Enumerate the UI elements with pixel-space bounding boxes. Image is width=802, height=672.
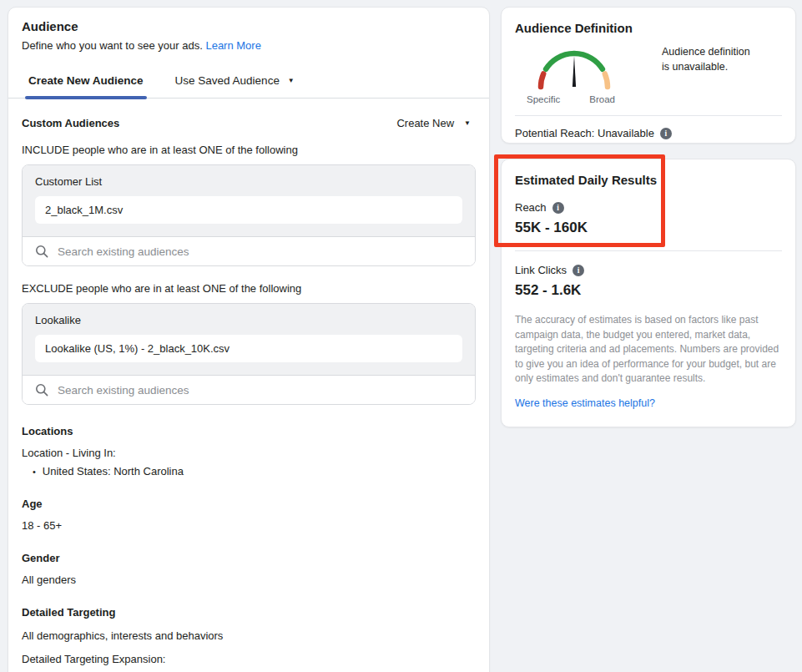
lookalike-box-top: Lookalike Lookalike (US, 1%) - 2_black_1… (23, 304, 475, 375)
search-icon (35, 245, 48, 258)
exclude-search-input[interactable] (58, 384, 462, 397)
gauge-labels: Specific Broad (527, 94, 622, 104)
custom-audiences-heading: Custom Audiences (22, 117, 119, 129)
detailed-targeting-section: Detailed Targeting All demographics, int… (22, 606, 476, 672)
detailed-targeting-value: All demographics, interests and behavior… (22, 629, 476, 642)
audience-definition-card: Audience Definition Specific Broad Audie… (501, 7, 796, 144)
customer-list-label: Customer List (35, 175, 462, 188)
customer-list-value[interactable]: 2_black_1M.csv (35, 196, 462, 224)
page-title: Audience (22, 19, 476, 33)
audience-definition-title: Audience Definition (515, 21, 782, 35)
audience-panel: Audience Define who you want to see your… (8, 7, 490, 672)
gender-heading: Gender (22, 552, 476, 564)
customer-list-box: Customer List 2_black_1M.csv (22, 164, 476, 266)
include-instruction: INCLUDE people who are in at least ONE o… (22, 144, 476, 156)
bullet-icon: • (33, 467, 36, 477)
audience-tabs: Create New Audience Use Saved Audience ▼ (8, 74, 489, 99)
create-new-label: Create New (396, 117, 454, 129)
link-clicks-label: Link Clicks (515, 264, 567, 276)
targeting-expansion-label: Detailed Targeting Expansion: (22, 653, 476, 665)
info-icon[interactable]: i (552, 202, 564, 214)
detailed-targeting-heading: Detailed Targeting (22, 606, 476, 619)
estimated-results-card: Estimated Daily Results Reach i 55K - 16… (501, 159, 796, 427)
exclude-search-row (23, 375, 475, 404)
right-column: Audience Definition Specific Broad Audie… (501, 7, 796, 427)
tab-use-saved-audience-label: Use Saved Audience (175, 74, 280, 87)
location-bullet-text: United States: North Carolina (43, 465, 184, 477)
gender-value: All genders (22, 573, 476, 586)
gauge-arc-icon (527, 42, 622, 90)
reach-label: Reach (515, 201, 547, 214)
locations-section: Locations Location - Living In: • United… (22, 425, 476, 477)
locations-heading: Locations (22, 425, 476, 437)
gender-section: Gender All genders (22, 552, 476, 586)
create-new-button[interactable]: Create New ▼ (396, 117, 476, 129)
gauge-row: Specific Broad Audience definition is un… (515, 42, 782, 104)
reach-label-row: Reach i (515, 201, 782, 214)
tab-use-saved-audience[interactable]: Use Saved Audience ▼ (175, 74, 295, 98)
lookalike-value[interactable]: Lookalike (US, 1%) - 2_black_10K.csv (35, 335, 462, 362)
reach-value: 55K - 160K (515, 220, 782, 236)
potential-reach-text: Potential Reach: Unavailable (515, 127, 654, 139)
link-clicks-metric: Link Clicks i 552 - 1.6K (515, 264, 782, 299)
age-value: 18 - 65+ (22, 519, 476, 532)
estimates-disclaimer: The accuracy of estimates is based on fa… (515, 313, 782, 387)
page-subtitle-text: Define who you want to see your ads. (22, 39, 203, 52)
gauge-needle-icon (572, 56, 576, 88)
gauge-specific-label: Specific (527, 94, 560, 104)
gauge-broad-label: Broad (589, 94, 615, 104)
custom-audiences-row: Custom Audiences Create New ▼ (22, 117, 476, 129)
card-divider (515, 250, 782, 251)
estimated-results-title: Estimated Daily Results (515, 173, 782, 187)
age-section: Age 18 - 65+ (22, 498, 476, 532)
definition-message: Audience definition is unavailable. (662, 45, 755, 104)
include-search-input[interactable] (58, 245, 462, 258)
learn-more-link[interactable]: Learn More (205, 39, 260, 52)
age-heading: Age (22, 498, 476, 510)
location-bullet-item: • United States: North Carolina (22, 465, 476, 477)
location-living-in: Location - Living In: (22, 447, 476, 459)
tab-create-new-audience-label: Create New Audience (28, 74, 144, 87)
audience-gauge: Specific Broad (527, 42, 622, 104)
caret-down-icon: ▼ (288, 77, 295, 84)
card-divider (515, 115, 782, 116)
estimates-feedback-link[interactable]: Were these estimates helpful? (515, 397, 655, 409)
info-icon[interactable]: i (572, 265, 584, 276)
lookalike-label: Lookalike (35, 314, 462, 326)
info-icon[interactable]: i (660, 128, 672, 139)
customer-list-box-top: Customer List 2_black_1M.csv (23, 165, 475, 236)
link-clicks-value: 552 - 1.6K (515, 282, 782, 299)
potential-reach-row: Potential Reach: Unavailable i (515, 127, 782, 139)
caret-down-icon: ▼ (464, 119, 471, 127)
include-search-row (23, 236, 475, 265)
link-clicks-label-row: Link Clicks i (515, 264, 782, 276)
tab-create-new-audience[interactable]: Create New Audience (28, 74, 144, 98)
reach-metric: Reach i 55K - 160K (515, 201, 782, 236)
search-icon (35, 383, 48, 397)
lookalike-box: Lookalike Lookalike (US, 1%) - 2_black_1… (22, 303, 476, 405)
exclude-instruction: EXCLUDE people who are in at least ONE o… (22, 282, 476, 295)
page-subtitle: Define who you want to see your ads. Lea… (22, 39, 476, 52)
